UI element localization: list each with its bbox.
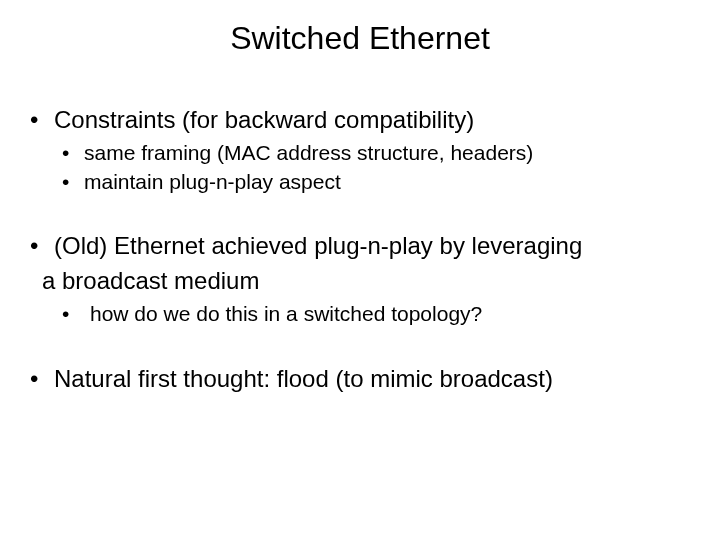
bullet-level1-continuation: a broadcast medium xyxy=(40,266,692,297)
slide: Switched Ethernet • Constraints (for bac… xyxy=(0,0,720,540)
bullet-text: same framing (MAC address structure, hea… xyxy=(84,140,692,167)
bullet-icon: • xyxy=(28,364,54,395)
bullet-level2: • same framing (MAC address structure, h… xyxy=(62,140,692,167)
bullet-icon: • xyxy=(62,140,84,167)
bullet-icon: • xyxy=(62,169,84,196)
bullet-level1: • Natural first thought: flood (to mimic… xyxy=(28,364,692,395)
bullet-icon: • xyxy=(62,301,84,328)
bullet-level1: • Constraints (for backward compatibilit… xyxy=(28,105,692,136)
bullet-text: a broadcast medium xyxy=(42,266,692,297)
bullet-text: Natural first thought: flood (to mimic b… xyxy=(54,364,692,395)
bullet-text: maintain plug-n-play aspect xyxy=(84,169,692,196)
bullet-text: (Old) Ethernet achieved plug-n-play by l… xyxy=(54,231,692,262)
bullet-text: how do we do this in a switched topology… xyxy=(84,301,692,328)
bullet-icon: • xyxy=(28,231,54,262)
slide-title: Switched Ethernet xyxy=(28,20,692,57)
bullet-icon: • xyxy=(28,105,54,136)
bullet-text: Constraints (for backward compatibility) xyxy=(54,105,692,136)
slide-body: • Constraints (for backward compatibilit… xyxy=(28,105,692,395)
bullet-level2: • maintain plug-n-play aspect xyxy=(62,169,692,196)
bullet-level2: • how do we do this in a switched topolo… xyxy=(62,301,692,328)
bullet-level1: • (Old) Ethernet achieved plug-n-play by… xyxy=(28,231,692,262)
